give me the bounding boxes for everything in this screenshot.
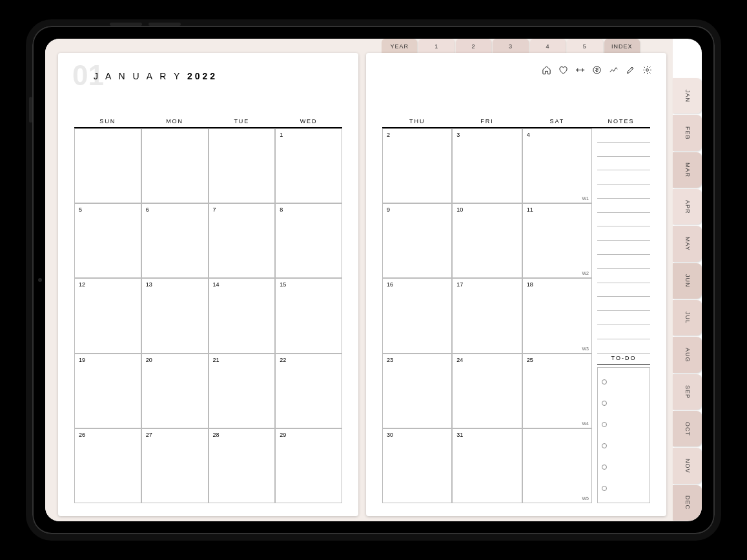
todo-area[interactable]: TO-DO bbox=[592, 354, 650, 503]
calendar-cell[interactable]: 7 bbox=[209, 203, 276, 278]
hardware-volume-down bbox=[148, 23, 181, 26]
screen: YEAR12345INDEX 01 J A N U A R Y 2022 SUN… bbox=[45, 39, 702, 521]
notes-header: NOTES bbox=[592, 114, 650, 128]
calendar-cell[interactable]: 2 bbox=[382, 128, 452, 203]
side-tab-jan[interactable]: JAN bbox=[673, 78, 702, 114]
calendar-cell[interactable]: 5 bbox=[74, 203, 141, 278]
calendar-cell[interactable]: 19 bbox=[74, 354, 141, 428]
calendar-cell[interactable]: 11W2 bbox=[522, 203, 592, 278]
week-label: W2 bbox=[582, 271, 589, 275]
calendar-cell[interactable]: 23 bbox=[382, 354, 452, 428]
calendar-cell[interactable]: 8 bbox=[275, 203, 342, 278]
side-month-tabs: JANFEBMARAPRMAYJUNJULAUGSEPOCTNOVDEC bbox=[673, 77, 702, 521]
money-icon[interactable] bbox=[591, 65, 602, 75]
calendar-cell[interactable]: 17 bbox=[452, 278, 522, 353]
calendar-cell[interactable]: 15 bbox=[275, 278, 342, 353]
day-header-thu: THU bbox=[382, 114, 452, 128]
todo-item[interactable] bbox=[602, 456, 646, 477]
side-tab-sep[interactable]: SEP bbox=[673, 374, 702, 410]
year: 2022 bbox=[187, 71, 218, 81]
calendar-cell[interactable]: W5 bbox=[522, 428, 592, 503]
hardware-volume-up bbox=[110, 23, 142, 26]
calendar-cell[interactable] bbox=[74, 128, 141, 203]
side-tab-feb[interactable]: FEB bbox=[673, 115, 702, 150]
calendar-cell[interactable]: 16 bbox=[382, 278, 452, 353]
calendar-cell[interactable]: 18W3 bbox=[522, 278, 592, 353]
calendar-cell[interactable]: 9 bbox=[382, 203, 452, 278]
todo-item[interactable] bbox=[602, 435, 646, 456]
side-tab-dec[interactable]: DEC bbox=[673, 485, 702, 521]
calendar-cell[interactable] bbox=[209, 128, 276, 203]
heart-icon[interactable] bbox=[558, 65, 568, 75]
icon-toolbar bbox=[541, 65, 652, 75]
edit-icon[interactable] bbox=[625, 65, 635, 75]
calendar-cell[interactable]: 1 bbox=[275, 128, 342, 203]
side-tab-aug[interactable]: AUG bbox=[673, 337, 702, 372]
todo-item[interactable] bbox=[602, 372, 646, 393]
right-calendar-grid: THUFRISATNOTES234W191011W2161718W3232425… bbox=[382, 114, 650, 503]
todo-title: TO-DO bbox=[597, 355, 650, 365]
right-page: THUFRISATNOTES234W191011W2161718W3232425… bbox=[366, 53, 666, 516]
week-label: W1 bbox=[582, 196, 589, 201]
hardware-power bbox=[29, 97, 32, 123]
calendar-cell[interactable]: 10 bbox=[452, 203, 522, 278]
notes-area[interactable] bbox=[592, 128, 650, 354]
todo-item[interactable] bbox=[602, 477, 646, 499]
home-icon[interactable] bbox=[541, 65, 551, 75]
side-tab-apr[interactable]: APR bbox=[673, 189, 702, 225]
calendar-cell[interactable] bbox=[141, 128, 209, 203]
week-label: W4 bbox=[582, 421, 589, 426]
svg-point-1 bbox=[646, 68, 648, 71]
day-header-tue: TUE bbox=[209, 114, 276, 128]
week-label: W5 bbox=[582, 496, 589, 501]
month-name: J A N U A R Y bbox=[94, 71, 187, 81]
top-tab-index[interactable]: INDEX bbox=[604, 39, 640, 54]
calendar-cell[interactable]: 20 bbox=[141, 354, 209, 428]
calendar-cell[interactable]: 12 bbox=[74, 278, 141, 353]
top-tab-4[interactable]: 4 bbox=[530, 39, 566, 54]
top-tabs: YEAR12345INDEX bbox=[381, 39, 640, 54]
calendar-cell[interactable]: 29 bbox=[275, 428, 342, 503]
month-title-area: 01 J A N U A R Y 2022 bbox=[58, 53, 358, 101]
calendar-cell[interactable]: 27 bbox=[141, 428, 209, 503]
calendar-cell[interactable]: 26 bbox=[74, 428, 141, 503]
side-tab-jun[interactable]: JUN bbox=[673, 263, 702, 299]
calendar-cell[interactable]: 25W4 bbox=[522, 354, 592, 428]
todo-item[interactable] bbox=[602, 393, 646, 414]
top-tab-5[interactable]: 5 bbox=[567, 39, 602, 54]
tablet-frame: YEAR12345INDEX 01 J A N U A R Y 2022 SUN… bbox=[26, 19, 721, 541]
todo-item[interactable] bbox=[602, 414, 646, 435]
left-page: 01 J A N U A R Y 2022 SUNMONTUEWED156781… bbox=[58, 53, 358, 516]
progress-icon[interactable] bbox=[608, 65, 619, 75]
top-tab-year[interactable]: YEAR bbox=[382, 39, 417, 54]
top-tab-2[interactable]: 2 bbox=[456, 39, 491, 54]
calendar-cell[interactable]: 13 bbox=[141, 278, 209, 353]
calendar-cell[interactable]: 4W1 bbox=[522, 128, 592, 203]
calendar-cell[interactable]: 30 bbox=[382, 428, 452, 503]
side-tab-nov[interactable]: NOV bbox=[673, 448, 702, 483]
calendar-cell[interactable]: 22 bbox=[275, 354, 342, 428]
calendar-cell[interactable]: 24 bbox=[452, 354, 522, 428]
side-tab-jul[interactable]: JUL bbox=[673, 300, 702, 335]
calendar-cell[interactable]: 21 bbox=[209, 354, 276, 428]
top-tab-1[interactable]: 1 bbox=[418, 39, 454, 54]
fitness-icon[interactable] bbox=[575, 65, 585, 75]
settings-icon[interactable] bbox=[642, 65, 652, 75]
side-tab-mar[interactable]: MAR bbox=[673, 152, 702, 188]
day-header-fri: FRI bbox=[452, 114, 522, 128]
calendar-cell[interactable]: 14 bbox=[209, 278, 276, 353]
side-tab-oct[interactable]: OCT bbox=[673, 411, 702, 446]
calendar-cell[interactable]: 6 bbox=[141, 203, 209, 278]
day-header-sat: SAT bbox=[522, 114, 592, 128]
calendar-cell[interactable]: 31 bbox=[452, 428, 522, 503]
calendar-cell[interactable]: 28 bbox=[209, 428, 276, 503]
week-label: W3 bbox=[582, 346, 589, 351]
side-tab-may[interactable]: MAY bbox=[673, 226, 702, 261]
month-year-title: J A N U A R Y 2022 bbox=[94, 71, 218, 81]
left-calendar-grid: SUNMONTUEWED1567812131415192021222627282… bbox=[74, 114, 342, 503]
top-tab-3[interactable]: 3 bbox=[493, 39, 528, 54]
day-header-wed: WED bbox=[275, 114, 342, 128]
day-header-mon: MON bbox=[141, 114, 209, 128]
planner-spread: YEAR12345INDEX 01 J A N U A R Y 2022 SUN… bbox=[45, 39, 673, 521]
calendar-cell[interactable]: 3 bbox=[452, 128, 522, 203]
